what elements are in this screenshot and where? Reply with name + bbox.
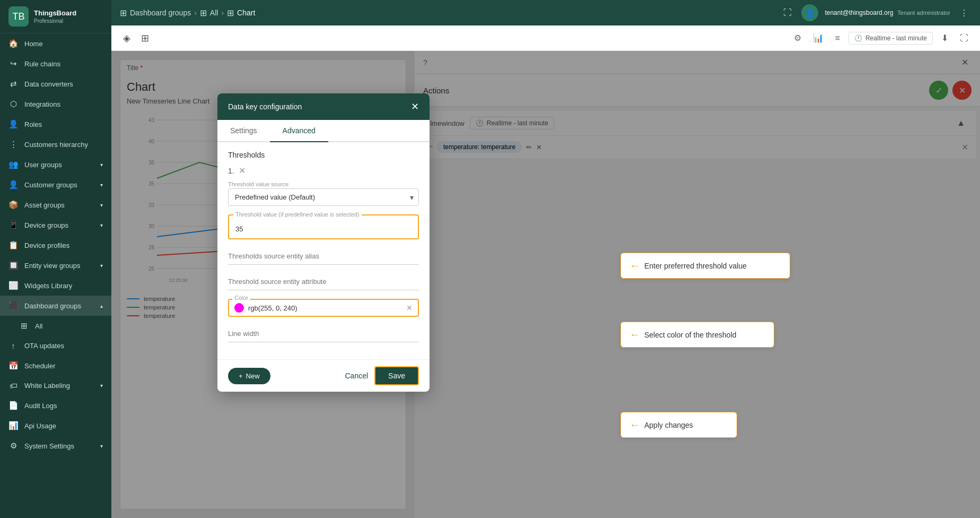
- filter-button[interactable]: ≡: [832, 31, 843, 45]
- audit-logs-icon: 📄: [8, 401, 18, 410]
- threshold-source-select[interactable]: Predefined value (Default): [228, 188, 419, 206]
- save-button[interactable]: Save: [374, 366, 419, 385]
- threshold-item-1: 1. ✕ Threshold value source Predefined v…: [228, 166, 419, 342]
- time-badge[interactable]: 🕐 Realtime - last minute: [848, 32, 933, 45]
- time-badge-label: Realtime - last minute: [865, 34, 927, 42]
- cancel-button[interactable]: Cancel: [345, 372, 368, 380]
- sidebar-item-label: Rule chains: [24, 60, 60, 68]
- sidebar-item-label: Integrations: [24, 100, 60, 108]
- threshold-source-select-wrapper: Predefined value (Default): [228, 188, 419, 206]
- download-button[interactable]: ⬇: [938, 31, 951, 45]
- settings-button[interactable]: ⚙: [791, 31, 804, 45]
- sidebar-item-home[interactable]: 🏠 Home: [0, 33, 111, 54]
- chevron-down-icon: ▾: [100, 263, 103, 269]
- dashboard-settings-button[interactable]: 📊: [810, 31, 827, 45]
- more-options-button[interactable]: ⋮: [957, 6, 972, 20]
- sidebar-item-device-groups[interactable]: 📱 Device groups ▾: [0, 215, 111, 235]
- sidebar-item-device-profiles[interactable]: 📋 Device profiles: [0, 235, 111, 255]
- threshold-alias-group: [228, 248, 419, 265]
- data-converters-icon: ⇄: [8, 79, 18, 89]
- sidebar-item-scheduler[interactable]: 📅 Scheduler: [0, 356, 111, 376]
- sidebar-item-label: Device profiles: [24, 241, 69, 249]
- api-usage-icon: 📊: [8, 421, 18, 430]
- tooltip-text-2: Select color of the threshold: [644, 331, 737, 339]
- layers-button[interactable]: ◈: [120, 30, 134, 46]
- expand-button[interactable]: ⛶: [957, 31, 972, 45]
- sidebar-item-ota-updates[interactable]: ↑ OTA updates: [0, 336, 111, 356]
- breadcrumb-part1[interactable]: Dashboard groups: [130, 8, 191, 17]
- tooltip-arrow-2: ←: [629, 329, 640, 341]
- sidebar-item-all[interactable]: ⊞ All: [0, 316, 111, 336]
- color-dot[interactable]: [234, 303, 244, 313]
- tooltip-color: ← Select color of the threshold: [620, 322, 774, 348]
- all-icon: ⊞: [19, 321, 29, 331]
- sidebar-item-roles[interactable]: 👤 Roles: [0, 114, 111, 134]
- threshold-header: 1. ✕: [228, 166, 419, 176]
- color-group: Color ✕: [228, 299, 419, 317]
- sidebar-item-audit-logs[interactable]: 📄 Audit Logs: [0, 395, 111, 416]
- sidebar-item-white-labeling[interactable]: 🏷 White Labeling ▾: [0, 376, 111, 395]
- thresholds-label: Thresholds: [228, 151, 419, 159]
- modal-body: Thresholds 1. ✕ Threshold value source: [217, 142, 430, 359]
- sidebar-item-widgets-library[interactable]: ⬜ Widgets Library: [0, 275, 111, 296]
- user-groups-icon: 👥: [8, 160, 18, 169]
- modal-close-button[interactable]: ✕: [411, 101, 419, 113]
- sidebar-item-label: Audit Logs: [24, 402, 57, 410]
- data-key-config-modal: Data key configuration ✕ Settings Advanc…: [217, 93, 430, 392]
- sub-topbar-right: ⚙ 📊 ≡ 🕐 Realtime - last minute ⬇ ⛶: [791, 31, 972, 45]
- sidebar-item-label: System Settings: [24, 442, 74, 450]
- sub-topbar: ◈ ⊞ ⚙ 📊 ≡ 🕐 Realtime - last minute ⬇ ⛶: [111, 25, 980, 51]
- tooltip-arrow-3: ←: [629, 419, 640, 431]
- line-width-group: [228, 325, 419, 342]
- sidebar-item-system-settings[interactable]: ⚙ System Settings ▾: [0, 436, 111, 456]
- tooltip-text-3: Apply changes: [644, 421, 693, 429]
- threshold-value-input[interactable]: [235, 225, 412, 233]
- new-threshold-button[interactable]: + New: [228, 368, 270, 384]
- sidebar-item-dashboard-groups[interactable]: ⬛ Dashboard groups ▴: [0, 296, 111, 316]
- threshold-attribute-input[interactable]: [228, 273, 419, 290]
- line-width-input[interactable]: [228, 325, 419, 342]
- sidebar-item-entity-view-groups[interactable]: 🔲 Entity view groups ▾: [0, 255, 111, 275]
- sidebar-logo: TB ThingsBoard Professional: [0, 0, 111, 33]
- breadcrumb-part2[interactable]: All: [210, 8, 218, 17]
- sidebar-item-label: Roles: [24, 120, 42, 128]
- sidebar: TB ThingsBoard Professional 🏠 Home ↪ Rul…: [0, 0, 111, 518]
- sidebar-item-asset-groups[interactable]: 📦 Asset groups ▾: [0, 195, 111, 215]
- sidebar-item-label: OTA updates: [24, 342, 64, 350]
- threshold-remove-button[interactable]: ✕: [239, 166, 246, 176]
- sidebar-item-api-usage[interactable]: 📊 Api Usage: [0, 416, 111, 436]
- logo-text-block: ThingsBoard Professional: [34, 9, 76, 24]
- sidebar-item-data-converters[interactable]: ⇄ Data converters: [0, 74, 111, 94]
- sidebar-item-integrations[interactable]: ⬡ Integrations: [0, 94, 111, 114]
- table-button[interactable]: ⊞: [138, 30, 152, 46]
- breadcrumb-icon2: ⊞: [200, 8, 207, 18]
- widgets-library-icon: ⬜: [8, 281, 18, 290]
- topbar-right: ⛶ 👤 tenant@thingsboard.org Tenant admini…: [780, 4, 972, 21]
- breadcrumb-sep2: ›: [221, 8, 224, 17]
- threshold-alias-input[interactable]: [228, 248, 419, 265]
- main-area: ⊞ Dashboard groups › ⊞ All › ⊞ Chart ⛶ 👤…: [111, 0, 980, 518]
- sidebar-item-label: Entity view groups: [24, 262, 81, 270]
- sidebar-item-rule-chains[interactable]: ↪ Rule chains: [0, 54, 111, 74]
- color-input[interactable]: [248, 304, 402, 312]
- chevron-down-icon: ▾: [100, 383, 103, 388]
- sidebar-item-customers-hierarchy[interactable]: ⋮ Customers hierarchy: [0, 134, 111, 154]
- sidebar-item-label: Home: [24, 40, 43, 48]
- device-profiles-icon: 📋: [8, 240, 18, 250]
- system-settings-icon: ⚙: [8, 441, 18, 451]
- asset-groups-icon: 📦: [8, 200, 18, 210]
- tooltip-arrow-1: ←: [629, 260, 640, 272]
- sidebar-item-user-groups[interactable]: 👥 User groups ▾: [0, 154, 111, 175]
- sidebar-item-customer-groups[interactable]: 👤 Customer groups ▾: [0, 175, 111, 195]
- tab-settings[interactable]: Settings: [217, 120, 270, 142]
- dashboard-area: Title * Chart New Timeseries Line Chart: [111, 51, 980, 518]
- fullscreen-button[interactable]: ⛶: [780, 6, 795, 20]
- sidebar-item-label: All: [35, 322, 42, 330]
- sidebar-item-label: Scheduler: [24, 362, 56, 370]
- breadcrumb-icon3: ⊞: [227, 8, 234, 18]
- tab-advanced[interactable]: Advanced: [270, 120, 328, 142]
- threshold-source-group: Threshold value source Predefined value …: [228, 181, 419, 206]
- threshold-attribute-group: [228, 273, 419, 290]
- scheduler-icon: 📅: [8, 361, 18, 370]
- color-clear-button[interactable]: ✕: [406, 304, 413, 312]
